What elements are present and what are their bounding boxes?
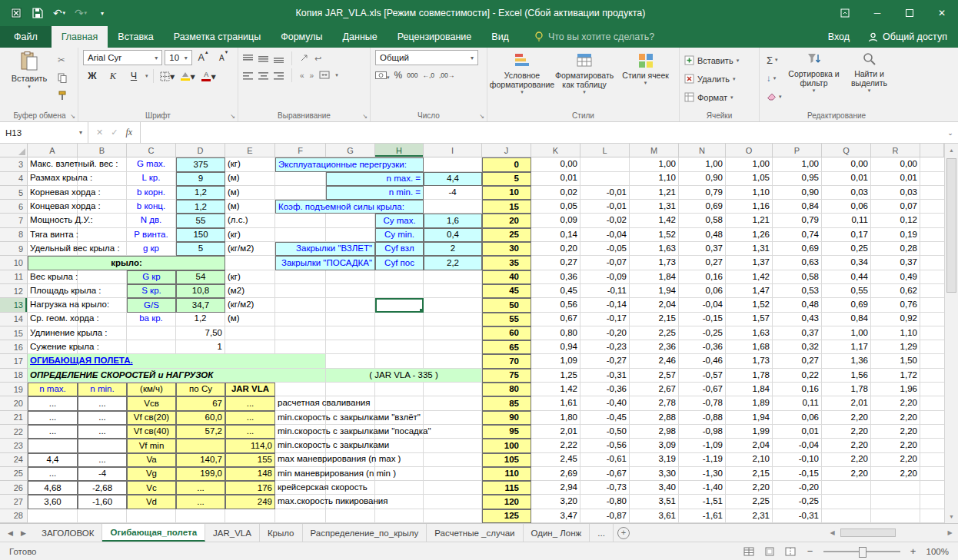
cell-E28[interactable]: [225, 509, 275, 523]
cell-Q12[interactable]: 0,55: [822, 284, 871, 298]
cell-P5[interactable]: 0,90: [773, 186, 822, 200]
cell-J20[interactable]: 85: [482, 396, 531, 410]
cell-M10[interactable]: 1,73: [630, 256, 679, 270]
scroll-right-icon[interactable]: ▶: [943, 529, 956, 536]
cell-B23[interactable]: [78, 439, 127, 452]
cell-P13[interactable]: 0,48: [773, 298, 822, 312]
cell-R7[interactable]: 0,12: [871, 214, 920, 227]
cell-fill-13[interactable]: [920, 298, 944, 312]
cell-L20[interactable]: -0,40: [580, 396, 630, 410]
cell-K19[interactable]: 1,42: [531, 383, 580, 396]
cell-R12[interactable]: 0,62: [871, 284, 920, 298]
cell-C13[interactable]: G/S: [127, 298, 176, 312]
cell-Q14[interactable]: 0,84: [822, 313, 871, 326]
cell-Q9[interactable]: 0,25: [822, 242, 871, 256]
orientation-button[interactable]: [300, 51, 309, 65]
cell-D3[interactable]: 375: [176, 157, 225, 171]
cell-L3[interactable]: [580, 157, 630, 171]
cell-E26[interactable]: 176: [225, 481, 275, 495]
cell-A21[interactable]: ...: [28, 411, 78, 425]
column-header-O[interactable]: O: [726, 144, 773, 157]
cell-I24[interactable]: [424, 453, 482, 467]
cell-A17[interactable]: ОГИБАЮЩАЯ ПОЛЕТА.: [28, 354, 326, 368]
maximize-button[interactable]: [893, 0, 926, 26]
tab-Разметка страницы[interactable]: Разметка страницы: [164, 26, 271, 48]
cell-fill-16[interactable]: [920, 340, 944, 354]
cell-B26[interactable]: -2,68: [78, 481, 127, 495]
cell-M15[interactable]: 2,25: [630, 326, 679, 340]
row-header-8[interactable]: 8: [0, 228, 28, 242]
cell-N10[interactable]: 0,27: [679, 256, 726, 270]
cell-L23[interactable]: -0,56: [580, 439, 630, 452]
cell-M19[interactable]: 2,67: [630, 383, 679, 396]
cell-B25[interactable]: -4: [78, 467, 127, 481]
cell-fill-28[interactable]: [920, 509, 944, 523]
cell-P19[interactable]: 0,16: [773, 383, 822, 396]
cell-N20[interactable]: -0,78: [679, 396, 726, 410]
cell-F25[interactable]: min маневрирования (n min ): [275, 467, 326, 481]
cell-I6[interactable]: [424, 200, 482, 214]
select-all-corner[interactable]: [0, 144, 28, 157]
cell-L25[interactable]: -0,67: [580, 467, 630, 481]
cell-P7[interactable]: 0,79: [773, 214, 822, 227]
minimize-button[interactable]: ─: [861, 0, 893, 26]
cell-F12[interactable]: [275, 284, 326, 298]
cell-P14[interactable]: 0,43: [773, 313, 822, 326]
cell-N25[interactable]: -1,30: [679, 467, 726, 481]
cell-O6[interactable]: 1,16: [726, 200, 773, 214]
cell-fill-4[interactable]: [920, 172, 944, 186]
cell-H9[interactable]: Cyf взл: [375, 242, 424, 256]
cell-M21[interactable]: 2,88: [630, 411, 679, 425]
cell-I9[interactable]: 2: [424, 242, 482, 256]
row-header-5[interactable]: 5: [0, 186, 28, 200]
shrink-font-button[interactable]: А▼: [215, 50, 233, 65]
insert-function-icon[interactable]: fx: [125, 127, 132, 138]
column-header-L[interactable]: L: [580, 144, 630, 157]
cell-J27[interactable]: 120: [482, 495, 531, 509]
cell-K28[interactable]: 3,47: [531, 509, 580, 523]
cell-fill-20[interactable]: [920, 396, 944, 410]
cut-button[interactable]: ✂: [55, 52, 69, 68]
cell-N5[interactable]: 0,79: [679, 186, 726, 200]
cell-H12[interactable]: [375, 284, 424, 298]
cell-P28[interactable]: -0,31: [773, 509, 822, 523]
clear-button[interactable]: ▾: [764, 89, 784, 104]
cell-K27[interactable]: 3,20: [531, 495, 580, 509]
find-select-button[interactable]: Найти и выделить ▾: [844, 50, 895, 110]
paste-button[interactable]: Вставить ▾: [6, 50, 52, 110]
cell-B20[interactable]: ...: [78, 396, 127, 410]
cell-Q22[interactable]: 2,20: [822, 425, 871, 439]
tab-file[interactable]: Файл: [0, 26, 52, 48]
scroll-left-icon[interactable]: ◀: [826, 529, 839, 536]
cell-F8[interactable]: [275, 228, 326, 242]
cell-D13[interactable]: 34,7: [176, 298, 225, 312]
cell-L21[interactable]: -0,45: [580, 411, 630, 425]
cell-fill-12[interactable]: [920, 284, 944, 298]
cell-N8[interactable]: 0,48: [679, 228, 726, 242]
sheet-nav-left-icon[interactable]: ◀: [8, 529, 13, 537]
cell-D22[interactable]: 57,2: [176, 425, 225, 439]
cell-A13[interactable]: Нагрузка на крыло:: [28, 298, 78, 312]
cell-C24[interactable]: Va: [127, 453, 176, 467]
sheet-tab-Крыло[interactable]: Крыло: [260, 524, 303, 542]
cell-P17[interactable]: 0,27: [773, 354, 822, 368]
cell-I11[interactable]: [424, 270, 482, 284]
cell-A9[interactable]: Удельный вес крыла :: [28, 242, 78, 256]
tab-Рецензирование[interactable]: Рецензирование: [388, 26, 482, 48]
cell-M7[interactable]: 1,42: [630, 214, 679, 227]
cell-C4[interactable]: L кр.: [127, 172, 176, 186]
cell-K8[interactable]: 0,14: [531, 228, 580, 242]
cell-C6[interactable]: b конц.: [127, 200, 176, 214]
fill-button[interactable]: ↓▾: [764, 71, 784, 86]
cell-N3[interactable]: 1,00: [679, 157, 726, 171]
cancel-icon[interactable]: ✕: [96, 128, 103, 138]
cell-B27[interactable]: -1,60: [78, 495, 127, 509]
cell-fill-22[interactable]: [920, 425, 944, 439]
view-page-break-button[interactable]: [784, 545, 797, 557]
cell-K15[interactable]: 0,80: [531, 326, 580, 340]
cell-D27[interactable]: ...: [176, 495, 225, 509]
cell-E8[interactable]: (кг): [225, 228, 275, 242]
cell-L19[interactable]: -0,36: [580, 383, 630, 396]
format-painter-button[interactable]: [55, 88, 69, 103]
dialog-launcher-icon[interactable]: ↘: [362, 113, 368, 120]
